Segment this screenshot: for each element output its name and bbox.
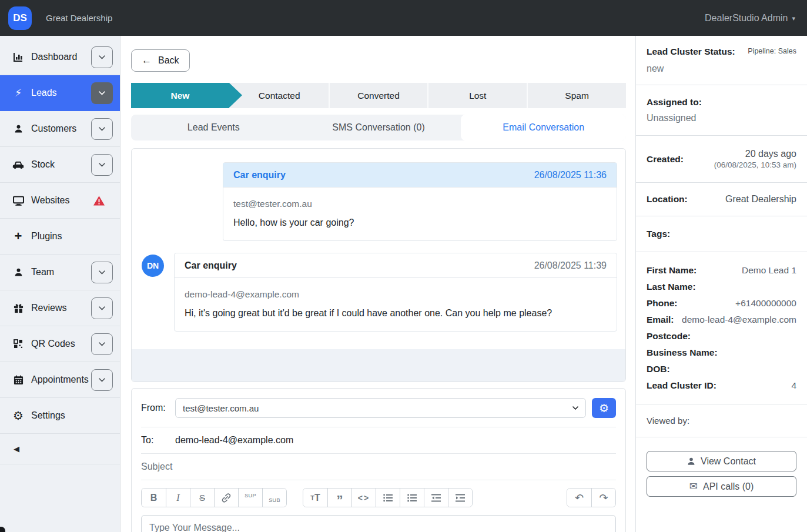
conversation-footer bbox=[132, 349, 625, 382]
tab-email-conversation[interactable]: Email Conversation bbox=[461, 115, 626, 140]
tab-lead-events[interactable]: Lead Events bbox=[131, 115, 296, 140]
outdent-icon bbox=[431, 494, 441, 502]
subject-input[interactable] bbox=[141, 454, 616, 480]
sidebar-item-team[interactable]: Team bbox=[0, 255, 120, 290]
pipeline-label: Pipeline: Sales bbox=[748, 47, 796, 55]
calendar-icon bbox=[12, 375, 24, 385]
contact-fields-section: First Name:Demo Lead 1 Last Name: Phone:… bbox=[636, 252, 807, 404]
sidebar-item-leads[interactable]: ⚡ Leads bbox=[0, 75, 120, 111]
from-label: From: bbox=[141, 403, 175, 413]
person-icon bbox=[12, 124, 24, 133]
location-value: Great Dealership bbox=[725, 194, 796, 205]
sidebar-item-customers[interactable]: Customers bbox=[0, 111, 120, 147]
appointments-expand-button[interactable] bbox=[91, 369, 113, 391]
assigned-label: Assigned to: bbox=[647, 97, 796, 108]
bullet-list-button[interactable] bbox=[376, 488, 400, 507]
leads-expand-button[interactable] bbox=[91, 82, 113, 104]
sidebar-item-label: Leads bbox=[31, 88, 57, 98]
redo-icon: ↷ bbox=[599, 491, 608, 504]
message-input[interactable] bbox=[141, 515, 616, 532]
email-settings-button[interactable]: ⚙ bbox=[592, 398, 616, 418]
view-contact-button[interactable]: View Contact bbox=[647, 451, 796, 471]
customers-expand-button[interactable] bbox=[91, 118, 113, 140]
field-business-name: Business Name: bbox=[647, 344, 796, 361]
lightning-icon: ⚡ bbox=[12, 86, 24, 99]
stage-lost[interactable]: Lost bbox=[427, 83, 527, 108]
stage-new[interactable]: New bbox=[131, 83, 229, 108]
italic-icon: I bbox=[176, 493, 179, 503]
code-button[interactable]: <> bbox=[351, 488, 376, 507]
back-button[interactable]: ← Back bbox=[131, 49, 190, 72]
person-icon bbox=[12, 267, 24, 277]
status-value: new bbox=[647, 63, 796, 74]
sidebar-item-label: QR Codes bbox=[31, 339, 75, 349]
message-text: Hello, how is your car going? bbox=[233, 218, 607, 228]
panel-actions: View Contact ✉ API calls (0) bbox=[636, 437, 807, 510]
sidebar-item-websites[interactable]: Websites bbox=[0, 183, 120, 219]
message-subject: Car enquiry bbox=[233, 170, 286, 180]
indent-icon bbox=[456, 494, 465, 502]
created-section: Created: 20 days ago (06/08/2025, 10:53 … bbox=[636, 136, 807, 183]
sidebar-item-stock[interactable]: Stock bbox=[0, 147, 120, 183]
api-calls-button[interactable]: ✉ API calls (0) bbox=[647, 476, 796, 497]
chevron-down-icon: ▾ bbox=[792, 15, 795, 22]
conversation-tabs: Lead Events SMS Conversation (0) Email C… bbox=[131, 115, 626, 140]
link-icon bbox=[222, 493, 231, 503]
blockquote-button[interactable]: ” bbox=[327, 488, 351, 507]
ordered-list-button[interactable] bbox=[400, 488, 424, 507]
subscript-button[interactable]: SUB bbox=[262, 488, 286, 507]
undo-button[interactable]: ↶ bbox=[567, 488, 591, 507]
sidebar-item-dashboard[interactable]: Dashboard bbox=[0, 39, 120, 75]
stock-expand-button[interactable] bbox=[91, 154, 113, 176]
field-phone: Phone:+61400000000 bbox=[647, 295, 796, 312]
subscript-icon: SUB bbox=[269, 497, 280, 503]
outdent-button[interactable] bbox=[424, 488, 448, 507]
stage-converted[interactable]: Converted bbox=[329, 83, 428, 108]
email-message-outgoing: Car enquiry 26/08/2025 11:36 test@tester… bbox=[223, 162, 617, 241]
sidebar-item-qr-codes[interactable]: QR Codes bbox=[0, 326, 120, 362]
message-sender: test@tester.com.au bbox=[233, 199, 607, 209]
message-body: demo-lead-4@example.com Hi, it's going g… bbox=[175, 278, 617, 331]
bullet-list-icon bbox=[383, 494, 393, 502]
qr-codes-expand-button[interactable] bbox=[91, 333, 113, 355]
envelope-icon: ✉ bbox=[689, 480, 698, 493]
undo-icon: ↶ bbox=[575, 491, 584, 504]
gear-icon: ⚙ bbox=[599, 401, 609, 415]
sidebar-item-label: Dashboard bbox=[31, 52, 77, 62]
user-menu[interactable]: DealerStudio Admin ▾ bbox=[705, 13, 795, 24]
team-expand-button[interactable] bbox=[91, 262, 113, 283]
sidebar-item-plugins[interactable]: + Plugins bbox=[0, 219, 120, 255]
user-menu-label: DealerStudio Admin bbox=[705, 13, 788, 24]
link-button[interactable] bbox=[214, 488, 238, 507]
sidebar-collapse-button[interactable]: ◀ bbox=[0, 434, 120, 464]
car-icon bbox=[12, 160, 24, 169]
reviews-expand-button[interactable] bbox=[91, 297, 113, 319]
bold-button[interactable]: B bbox=[142, 488, 166, 507]
sidebar-item-settings[interactable]: ⚙ Settings bbox=[0, 398, 120, 434]
stage-spam[interactable]: Spam bbox=[527, 83, 626, 108]
dashboard-expand-button[interactable] bbox=[91, 46, 113, 68]
sidebar-item-appointments[interactable]: Appointments bbox=[0, 362, 120, 398]
chevron-down-icon bbox=[99, 91, 105, 95]
chevron-down-icon bbox=[99, 163, 105, 167]
sidebar-item-reviews[interactable]: Reviews bbox=[0, 290, 120, 326]
assigned-value: Unassigned bbox=[647, 113, 796, 123]
tab-sms-conversation[interactable]: SMS Conversation (0) bbox=[296, 115, 461, 140]
italic-button[interactable]: I bbox=[166, 488, 190, 507]
from-select[interactable]: test@tester.com.au bbox=[175, 398, 586, 418]
chevron-down-icon bbox=[99, 342, 105, 346]
message-timestamp: 26/08/2025 11:39 bbox=[534, 260, 607, 271]
redo-button[interactable]: ↷ bbox=[591, 488, 615, 507]
dealerstudio-logo[interactable]: DS bbox=[8, 6, 32, 30]
chevron-down-icon bbox=[99, 306, 105, 310]
strikethrough-button[interactable]: S bbox=[190, 488, 214, 507]
stage-contacted[interactable]: Contacted bbox=[229, 83, 329, 108]
heading-button[interactable]: TT bbox=[303, 488, 327, 507]
monitor-icon bbox=[12, 196, 24, 206]
indent-button[interactable] bbox=[448, 488, 472, 507]
message-box: Car enquiry 26/08/2025 11:39 demo-lead-4… bbox=[174, 253, 617, 332]
bold-icon: B bbox=[150, 493, 158, 503]
superscript-button[interactable]: SUP bbox=[238, 488, 262, 507]
back-label: Back bbox=[158, 55, 179, 66]
strikethrough-icon: S bbox=[199, 493, 205, 503]
